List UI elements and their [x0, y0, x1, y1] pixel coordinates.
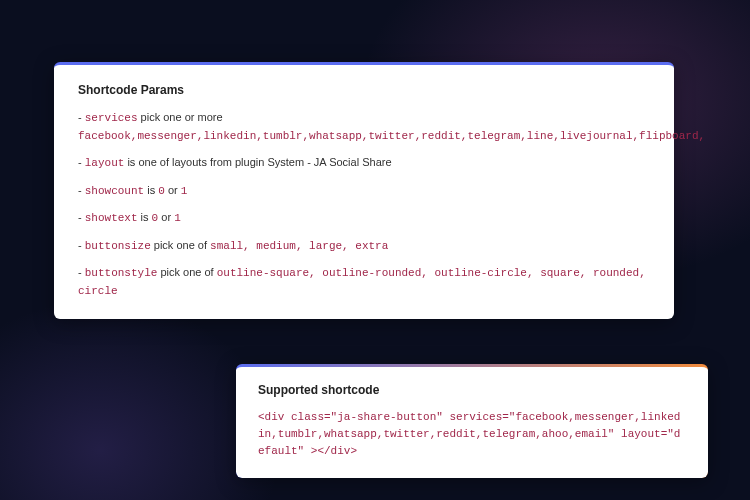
- supported-shortcode-card: Supported shortcode <div class="ja-share…: [236, 364, 708, 478]
- supported-shortcode-heading: Supported shortcode: [258, 383, 686, 397]
- param-layout: - layout is one of layouts from plugin S…: [78, 154, 650, 172]
- param-showtext: - showtext is 0 or 1: [78, 209, 650, 227]
- param-services: - services pick one or more facebook,mes…: [78, 109, 650, 144]
- shortcode-params-heading: Shortcode Params: [78, 83, 650, 97]
- param-showcount: - showcount is 0 or 1: [78, 182, 650, 200]
- param-buttonsize: - buttonsize pick one of small, medium, …: [78, 237, 650, 255]
- param-buttonstyle: - buttonstyle pick one of outline-square…: [78, 264, 650, 299]
- supported-shortcode-code: <div class="ja-share-button" services="f…: [258, 409, 686, 460]
- shortcode-params-card: Shortcode Params - services pick one or …: [54, 62, 674, 319]
